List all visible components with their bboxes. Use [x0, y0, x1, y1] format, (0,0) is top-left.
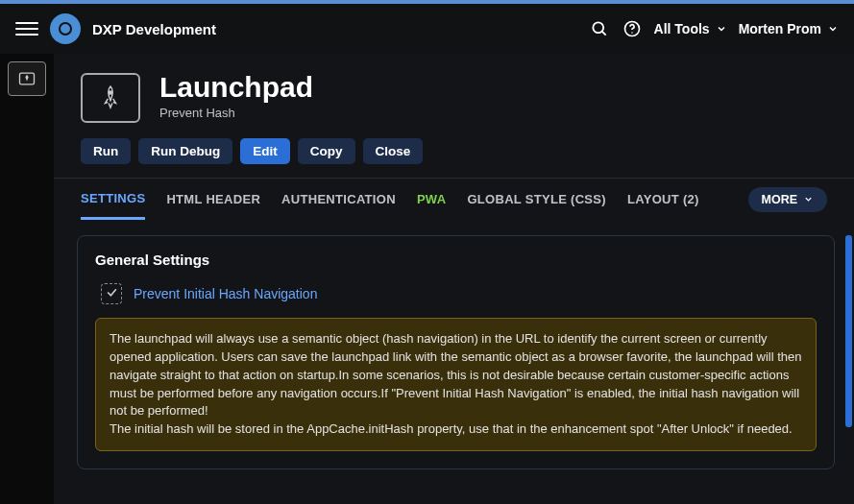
info-note: The launchpad will always use a semantic…	[95, 318, 817, 451]
run-button[interactable]: Run	[81, 138, 131, 164]
page-subtitle: Prevent Hash	[159, 106, 313, 120]
search-icon[interactable]	[589, 18, 610, 39]
run-debug-button[interactable]: Run Debug	[138, 138, 232, 164]
tab-global-style[interactable]: GLOBAL STYLE (CSS)	[467, 180, 606, 218]
app-title: DXP Development	[92, 21, 216, 37]
tab-settings[interactable]: SETTINGS	[81, 180, 145, 220]
tab-authentication[interactable]: AUTHENTICATION	[281, 180, 396, 218]
svg-point-5	[110, 91, 112, 94]
copy-button[interactable]: Copy	[298, 138, 355, 164]
tab-html-header[interactable]: HTML HEADER	[166, 180, 260, 218]
tab-pwa[interactable]: PWA	[417, 180, 447, 218]
check-icon	[106, 286, 118, 301]
page-icon	[81, 73, 140, 123]
note-paragraph-1: The launchpad will always use a semantic…	[110, 330, 802, 420]
scrollbar[interactable]	[845, 235, 852, 427]
svg-line-1	[601, 32, 605, 36]
more-button[interactable]: MORE	[748, 187, 828, 212]
prevent-hash-checkbox[interactable]	[101, 283, 122, 304]
tab-layout[interactable]: LAYOUT (2)	[627, 180, 699, 218]
svg-point-3	[631, 32, 633, 34]
general-settings-panel: General Settings Prevent Initial Hash Na…	[77, 235, 835, 469]
all-tools-label: All Tools	[654, 21, 710, 36]
note-paragraph-2: The initial hash will be stored in the A…	[110, 420, 802, 439]
page-title: Launchpad	[159, 73, 313, 102]
help-icon[interactable]	[622, 18, 643, 39]
more-label: MORE	[762, 193, 798, 206]
sidebar-item-launchpad[interactable]	[8, 61, 46, 96]
edit-button[interactable]: Edit	[240, 138, 290, 164]
user-dropdown[interactable]: Morten Prom	[739, 21, 839, 36]
close-button[interactable]: Close	[363, 138, 424, 164]
panel-heading: General Settings	[95, 252, 817, 268]
menu-icon[interactable]	[15, 17, 38, 40]
user-name-label: Morten Prom	[739, 21, 821, 36]
svg-point-0	[593, 22, 603, 33]
app-logo	[50, 13, 81, 44]
all-tools-dropdown[interactable]: All Tools	[654, 21, 727, 36]
prevent-hash-label: Prevent Initial Hash Navigation	[134, 286, 317, 301]
